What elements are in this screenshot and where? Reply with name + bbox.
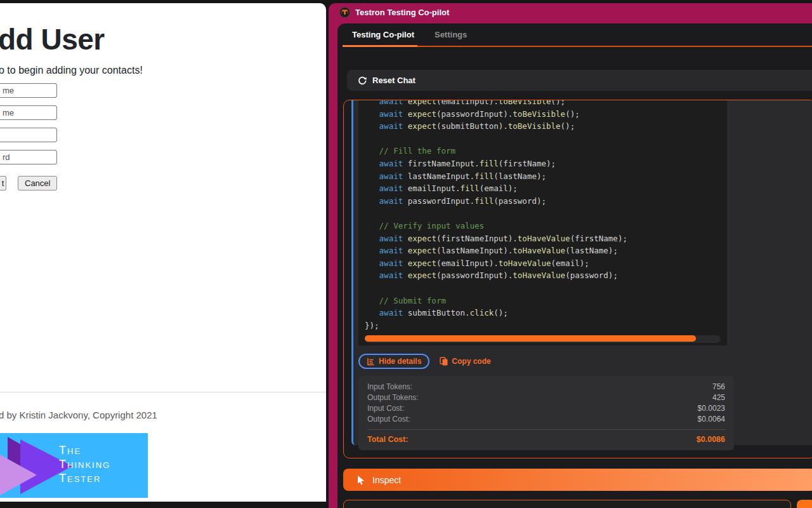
code-line: await expect(emailInput).toBeVisible(); [365, 100, 727, 108]
code-line: await expect(emailInput).toHaveValue(ema… [365, 257, 727, 270]
logo-wordmark: The Thinking Tester [59, 443, 110, 485]
details-icon [367, 358, 375, 366]
detail-label: Input Cost: [367, 403, 404, 414]
code-block: await expect(emailInput).toBeVisible(); … [358, 100, 727, 345]
hide-details-button[interactable]: Hide details [358, 354, 429, 369]
thinking-tester-logo: The Thinking Tester [0, 433, 148, 498]
panel-title: Testron Testing Co-pilot [355, 8, 449, 17]
detail-rows: Input Tokens:756Output Tokens:425Input C… [367, 382, 725, 425]
code-line: await firstNameInput.fill(firstName); [365, 157, 727, 170]
code-line: await passwordInput.fill(password); [365, 195, 727, 208]
total-cost-label: Total Cost: [367, 435, 408, 444]
detail-value: $0.0064 [698, 414, 725, 425]
detail-value: $0.0023 [698, 403, 725, 414]
code-line: // Submit form [365, 295, 727, 307]
code-line: await expect(firstNameInput).toHaveValue… [365, 232, 727, 245]
code-line: await expect(passwordInput).toBeVisible(… [365, 108, 727, 121]
inspect-button[interactable]: Inspect [343, 469, 812, 491]
tab-testing-co-pilot[interactable]: Testing Co-pilot [352, 30, 414, 39]
form-buttons-row: t Cancel [0, 176, 57, 190]
total-cost-row: Total Cost: $0.0086 [367, 435, 725, 444]
panel-body: Testing Co-pilotSettings Reset Chat awai… [337, 23, 812, 508]
detail-row: Input Tokens:756 [367, 382, 725, 392]
detail-label: Input Tokens: [367, 382, 412, 392]
testron-logo-icon [339, 7, 350, 18]
message-actions-row: Hide details Copy code [358, 353, 812, 370]
detail-row: Output Cost:$0.0064 [367, 414, 725, 425]
panel-header: Testron Testing Co-pilot [329, 3, 812, 21]
detail-value: 425 [712, 392, 725, 403]
reset-icon [358, 76, 367, 85]
code-line: // Fill the form [365, 145, 727, 157]
first-name-input[interactable] [0, 83, 57, 98]
code-line: await submitButton.click(); [365, 307, 727, 319]
email-input[interactable] [0, 128, 57, 142]
detail-label: Output Tokens: [367, 392, 419, 403]
assistant-message: await expect(emailInput).toBeVisible(); … [351, 100, 812, 445]
detail-value: 756 [712, 382, 725, 392]
token-cost-details: Input Tokens:756Output Tokens:425Input C… [358, 376, 734, 450]
tab-settings[interactable]: Settings [435, 30, 467, 39]
code-horizontal-scrollbar[interactable] [365, 335, 721, 343]
clipboard-icon [440, 357, 448, 366]
code-line: }); [365, 319, 727, 332]
password-input[interactable] [0, 150, 57, 164]
code-line: await expect(submitButton).toBeVisible()… [365, 120, 727, 133]
footer-divider [0, 392, 326, 392]
copy-code-button[interactable]: Copy code [440, 357, 490, 366]
cursor-icon [357, 475, 365, 485]
total-cost-value: $0.0086 [697, 435, 725, 444]
cancel-button[interactable]: Cancel [18, 176, 57, 190]
last-name-input[interactable] [0, 105, 57, 120]
active-tab-underline [343, 45, 417, 47]
details-divider [367, 429, 725, 430]
add-user-form [0, 83, 76, 172]
code-line: // Verify input values [365, 220, 727, 232]
chat-message-input[interactable] [343, 500, 791, 508]
code-line [365, 133, 727, 145]
reset-chat-button[interactable]: Reset Chat [347, 70, 812, 91]
scrollbar-thumb[interactable] [365, 335, 696, 342]
chat-input-row [343, 500, 812, 508]
detail-label: Output Cost: [367, 414, 410, 425]
code-line: await emailInput.fill(email); [365, 182, 727, 195]
code-lines: await expect(emailInput).toBeVisible(); … [365, 100, 727, 331]
tab-bar: Testing Co-pilotSettings [343, 23, 812, 46]
detail-row: Output Tokens:425 [367, 392, 725, 403]
detail-row: Input Cost:$0.0023 [367, 403, 725, 414]
code-line: await expect(passwordInput).toHaveValue(… [365, 269, 727, 282]
testron-copilot-panel: Testron Testing Co-pilot Testing Co-pilo… [329, 3, 812, 508]
code-line: await lastNameInput.fill(lastName); [365, 170, 727, 183]
page-intro-text: o to begin adding your contacts! [0, 65, 143, 76]
code-line [365, 207, 727, 220]
chat-history: await expect(emailInput).toBeVisible(); … [343, 100, 812, 458]
contact-app-page: dd User o to begin adding your contacts!… [0, 3, 326, 502]
copyright-text: d by Kristin Jackvony, Copyright 2021 [0, 410, 157, 420]
code-line [365, 282, 727, 295]
submit-button[interactable]: t [0, 176, 6, 190]
page-title: dd User [0, 22, 105, 57]
code-line: await expect(lastNameInput).toHaveValue(… [365, 244, 727, 257]
send-button[interactable] [797, 500, 812, 508]
